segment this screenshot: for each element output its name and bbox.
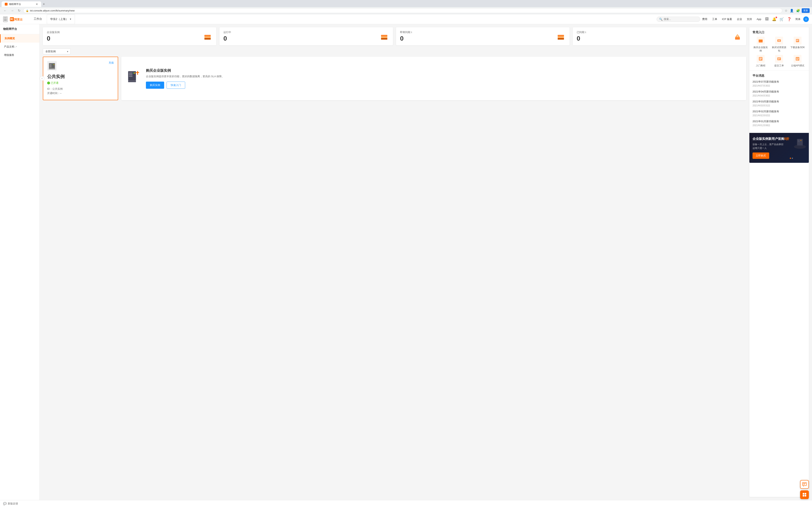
svg-rect-47 xyxy=(777,57,781,60)
qa-submit-ticket[interactable]: 提交工单 xyxy=(771,55,787,67)
svg-text:¥: ¥ xyxy=(778,40,780,42)
bottom-feedback-bar[interactable]: 💬 新版反馈 xyxy=(0,500,812,507)
svg-rect-42 xyxy=(796,41,798,41)
stat-icon-expiring xyxy=(556,32,566,41)
svg-rect-23 xyxy=(49,68,55,69)
nav-item-enterprise[interactable]: 企业 xyxy=(735,17,744,21)
quick-start-button[interactable]: 快速入门 xyxy=(166,81,185,89)
search-input[interactable] xyxy=(664,18,696,20)
svg-rect-35 xyxy=(759,39,763,40)
stat-info-enterprise: 企业版实例 0 xyxy=(47,31,60,42)
refresh-button[interactable]: ↻ xyxy=(17,8,21,13)
news-item-2[interactable]: 2021年04月新功能发布 2021年04月30日 xyxy=(753,90,806,98)
float-grid-button[interactable] xyxy=(800,490,809,499)
svg-rect-28 xyxy=(129,76,133,77)
nav-item-icp[interactable]: ICP 备案 xyxy=(720,17,734,21)
browser-chrome: 物联网平台 ✕ + xyxy=(0,0,812,7)
sidebar-item-services[interactable]: 增值服务 xyxy=(0,51,40,59)
tab-close-icon[interactable]: ✕ xyxy=(36,3,38,6)
news-title-1: 2021年07月新功能发布 xyxy=(753,80,806,83)
float-chat-button[interactable] xyxy=(800,480,809,489)
stat-label-expired: 已到期 ℹ xyxy=(577,31,586,34)
hamburger-menu[interactable]: ☰ xyxy=(3,16,7,22)
svg-rect-60 xyxy=(798,141,800,142)
feedback-label: 新版反馈 xyxy=(8,502,18,505)
nav-item-ticket[interactable]: 工单 xyxy=(710,17,719,21)
svg-rect-45 xyxy=(759,59,762,59)
collapse-button[interactable]: ‹ xyxy=(40,76,44,81)
news-date-3: 2021年03月31日 xyxy=(753,104,806,107)
news-item-5[interactable]: 2021年01月新功能发布 2021年01月08日 xyxy=(753,120,806,127)
news-item-3[interactable]: 2021年03月新功能发布 2021年03月31日 xyxy=(753,100,806,107)
tab-title: 物联网平台 xyxy=(9,3,21,6)
info-icon-expired[interactable]: ℹ xyxy=(585,31,586,34)
svg-rect-36 xyxy=(759,40,763,41)
stat-info-running: 运行中 0 xyxy=(223,31,231,42)
new-tab-button[interactable]: + xyxy=(43,2,45,6)
nav-item-support[interactable]: 支持 xyxy=(745,17,754,21)
sidebar-item-docs[interactable]: 产品文档 ↗ xyxy=(0,43,40,51)
nav-item-fees[interactable]: 费用 xyxy=(700,17,709,21)
sidebar: 物联网平台 实例概览 产品文档 ↗ 增值服务 xyxy=(0,24,40,500)
qa-buy-trial-label: 购买试用资源包 xyxy=(771,46,787,53)
qa-buy-enterprise-label: 购买企业版实例 xyxy=(753,46,769,53)
main-content: 企业版实例 0 运行中 0 xyxy=(40,24,749,500)
svg-rect-46 xyxy=(759,59,761,60)
browser-tab[interactable]: 物联网平台 ✕ xyxy=(2,1,41,7)
help-button[interactable]: ❓ xyxy=(786,16,793,22)
svg-rect-69 xyxy=(803,495,804,497)
recharge-link[interactable]: 充值 xyxy=(109,61,114,65)
news-item-4[interactable]: 2021年02月新功能发布 2021年02月02日 xyxy=(753,110,806,117)
svg-point-22 xyxy=(54,64,54,65)
back-button[interactable]: ← xyxy=(2,8,8,13)
shopping-cart-button[interactable]: 🛒 xyxy=(778,16,785,22)
notification-bell-button[interactable]: 🔔 xyxy=(771,16,777,22)
qa-api-debug[interactable]: 云端API调试 xyxy=(790,55,806,67)
bookmark-button[interactable]: ☆ xyxy=(784,8,788,13)
logo-svg: 阿 阿里云 xyxy=(10,16,26,22)
nav-workbench[interactable]: 工作台 xyxy=(31,14,45,24)
qa-buy-trial[interactable]: ¥ 购买试用资源包 xyxy=(771,37,787,53)
stat-label-running: 运行中 xyxy=(223,31,231,34)
filter-wrapper: 全部实例 运行中 已到期 即将到期 xyxy=(43,49,70,54)
buy-instance-button[interactable]: 购买实例 xyxy=(146,81,164,89)
qa-tutorial[interactable]: 入门教程 xyxy=(753,55,769,67)
qa-api-debug-label: 云端API调试 xyxy=(791,64,804,67)
tab-favicon xyxy=(5,3,7,6)
instance-filter-select[interactable]: 全部实例 运行中 已到期 即将到期 xyxy=(43,49,70,54)
photo-icon-button[interactable]: 🖼 xyxy=(764,16,770,22)
promo-buy-button[interactable]: 立即购买 xyxy=(753,153,769,159)
qa-buy-enterprise[interactable]: 购买企业版实例 xyxy=(753,37,769,53)
qa-download-sdk[interactable]: 下载设备SDK xyxy=(790,37,806,53)
news-title-3: 2021年03月新功能发布 xyxy=(753,100,806,103)
ssl-icon: 🔒 xyxy=(26,9,29,12)
svg-rect-48 xyxy=(778,58,780,59)
svg-rect-70 xyxy=(805,495,806,497)
stat-label-expiring: 即将到期 ℹ xyxy=(400,31,412,34)
logo[interactable]: 阿 阿里云 xyxy=(10,16,26,22)
extension-button[interactable]: 🧩 xyxy=(795,8,801,13)
update-button[interactable]: 更新 xyxy=(802,8,810,13)
region-arrow-icon: ▼ xyxy=(69,18,71,20)
url-text: iot.console.aliyun.com/lk/summary/new xyxy=(30,9,74,12)
main-layout: 物联网平台 实例概览 产品文档 ↗ 增值服务 企业版实例 0 xyxy=(0,24,812,500)
info-icon-expiring[interactable]: ℹ xyxy=(411,31,412,34)
stat-icon-enterprise xyxy=(203,32,212,41)
svg-rect-33 xyxy=(136,72,139,73)
qa-tutorial-icon xyxy=(757,55,765,63)
search-bar[interactable]: 🔍 xyxy=(657,17,700,22)
news-item-1[interactable]: 2021年07月新功能发布 2021年07月30日 xyxy=(753,80,806,88)
qa-submit-ticket-label: 提交工单 xyxy=(774,64,784,67)
url-bar[interactable]: 🔒 iot.console.aliyun.com/lk/summary/new xyxy=(23,8,782,13)
instance-open-time-row: 开通时间：– xyxy=(47,92,114,95)
forward-button[interactable]: → xyxy=(9,8,15,13)
nav-region[interactable]: 华东2（上海） ▼ xyxy=(47,14,75,24)
nav-item-app[interactable]: App xyxy=(755,18,763,20)
qa-api-debug-icon xyxy=(794,55,802,63)
profile-button[interactable]: 👤 xyxy=(789,8,795,13)
user-avatar[interactable]: U xyxy=(803,16,809,22)
sidebar-item-overview[interactable]: 实例概览 xyxy=(0,34,40,43)
svg-rect-20 xyxy=(50,66,52,67)
nav-right: 费用 工单 ICP 备案 企业 支持 App 🖼 🔔 🛒 ❓ 简体 U xyxy=(700,16,809,22)
lang-selector[interactable]: 简体 xyxy=(793,17,803,21)
